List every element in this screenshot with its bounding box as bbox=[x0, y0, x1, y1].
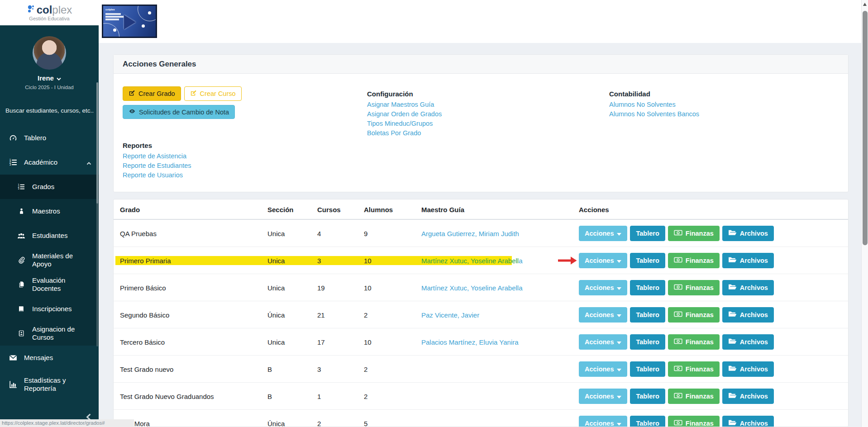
maestro-guia-link[interactable]: Martínez Xutuc, Yoseline Arabella bbox=[421, 284, 522, 291]
row-finanzas-button[interactable]: Finanzas bbox=[668, 307, 720, 323]
row-acciones-button[interactable]: Acciones bbox=[579, 334, 627, 350]
link-alumnos-no-solventes[interactable]: Alumnos No Solventes bbox=[609, 100, 699, 109]
sidebar-item-inscripciones[interactable]: Inscripciones bbox=[0, 297, 99, 321]
row-finanzas-label: Finanzas bbox=[686, 311, 714, 318]
row-archivos-label: Archivos bbox=[740, 284, 768, 291]
book-icon bbox=[17, 305, 25, 313]
row-finanzas-button[interactable]: Finanzas bbox=[668, 389, 720, 404]
row-acciones-button[interactable]: Acciones bbox=[579, 280, 627, 295]
row-tablero-button[interactable]: Tablero bbox=[630, 416, 665, 427]
crear-grado-button[interactable]: Crear Grado bbox=[123, 86, 181, 101]
link-alumnos-no-solventes-bancos[interactable]: Alumnos No Solventes Bancos bbox=[609, 109, 699, 119]
maestro-guia-link[interactable]: Martínez Xutuc, Yoseline Arabella bbox=[421, 256, 522, 264]
sidebar-item-mensajes[interactable]: Mensajes bbox=[0, 346, 99, 370]
row-finanzas-button[interactable]: Finanzas bbox=[668, 253, 720, 268]
maestro-guia-link[interactable]: Palacios Martínez, Eluvia Yanira bbox=[421, 338, 519, 346]
row-acciones-button[interactable]: Acciones bbox=[579, 307, 627, 323]
row-finanzas-button[interactable]: Finanzas bbox=[668, 361, 720, 377]
reportes-heading: Reportes bbox=[123, 142, 191, 149]
row-acciones-button[interactable]: Acciones bbox=[579, 389, 627, 404]
row-archivos-button[interactable]: Archivos bbox=[722, 280, 774, 295]
row-tablero-button[interactable]: Tablero bbox=[630, 280, 665, 295]
column-header-seccion: Sección bbox=[267, 205, 294, 213]
banknote-icon bbox=[674, 338, 682, 346]
sidebar-item-evaluacion-docentes[interactable]: Evaluación Docentes bbox=[0, 272, 99, 297]
top-bar: colplex bbox=[99, 0, 861, 43]
row-tablero-button[interactable]: Tablero bbox=[630, 389, 665, 404]
row-tablero-button[interactable]: Tablero bbox=[630, 361, 665, 377]
sidebar-item-academico[interactable]: 123 Académico bbox=[0, 150, 99, 175]
caret-down-icon bbox=[617, 420, 621, 427]
column-header-cursos: Cursos bbox=[317, 205, 341, 213]
sidebar-item-grados[interactable]: 123Grados bbox=[0, 175, 99, 199]
sidebar-item-estadisticas[interactable]: Estadísticas y Reportería bbox=[0, 370, 99, 399]
video-thumbnail[interactable]: colplex bbox=[102, 5, 157, 38]
maestro-cell: Paz Vicente, Javier bbox=[421, 311, 479, 318]
seccion-cell: Unica bbox=[267, 338, 285, 346]
link-reporte-de-estudiantes[interactable]: Reporte de Estudiantes bbox=[123, 161, 191, 171]
sidebar-item-label: Estadísticas y Reportería bbox=[24, 376, 84, 393]
page-scrollbar[interactable] bbox=[861, 0, 868, 427]
row-tablero-button[interactable]: Tablero bbox=[630, 307, 665, 323]
svg-text:3: 3 bbox=[18, 187, 19, 190]
pencil-square-icon bbox=[190, 90, 197, 98]
row-acciones-label: Acciones bbox=[585, 257, 614, 264]
cycle-label: Ciclo 2025 - I Unidad bbox=[0, 85, 99, 90]
scroll-up-arrow-icon[interactable] bbox=[863, 3, 867, 6]
row-acciones-button[interactable]: Acciones bbox=[579, 253, 627, 268]
link-asignar-orden-de-grados[interactable]: Asignar Orden de Grados bbox=[367, 109, 442, 119]
row-archivos-button[interactable]: Archivos bbox=[722, 307, 774, 323]
page-scrollbar-thumb[interactable] bbox=[863, 11, 868, 245]
users-icon bbox=[17, 232, 25, 239]
row-tablero-button[interactable]: Tablero bbox=[630, 226, 665, 241]
row-acciones-button[interactable]: Acciones bbox=[579, 361, 627, 377]
alumnos-cell: 10 bbox=[364, 338, 372, 346]
row-archivos-button[interactable]: Archivos bbox=[722, 416, 774, 427]
brand-logo[interactable]: colplex Gestión Educativa bbox=[0, 0, 99, 25]
seccion-cell: Unica bbox=[267, 229, 285, 237]
maestro-guia-link[interactable]: Argueta Gutierrez, Miriam Judith bbox=[421, 229, 519, 237]
row-archivos-button[interactable]: Archivos bbox=[722, 253, 774, 268]
sidebar-scrollbar[interactable] bbox=[96, 82, 98, 346]
row-tablero-button[interactable]: Tablero bbox=[630, 334, 665, 350]
link-tipos-mineduc-grupos[interactable]: Tipos Mineduc/Grupos bbox=[367, 119, 442, 128]
sidebar-item-maestros[interactable]: Maestros bbox=[0, 199, 99, 223]
solicitudes-cambio-nota-button[interactable]: Solicitudes de Cambio de Nota bbox=[123, 105, 235, 119]
seccion-cell: B bbox=[267, 392, 272, 400]
sidebar-item-tablero[interactable]: Tablero bbox=[0, 126, 99, 150]
sidebar-item-label: Tablero bbox=[24, 134, 46, 142]
row-archivos-button[interactable]: Archivos bbox=[722, 334, 774, 350]
row-acciones-button[interactable]: Acciones bbox=[579, 226, 627, 241]
cursos-cell: 17 bbox=[317, 338, 325, 346]
row-acciones-button[interactable]: Acciones bbox=[579, 416, 627, 427]
row-archivos-button[interactable]: Archivos bbox=[722, 389, 774, 404]
row-finanzas-button[interactable]: Finanzas bbox=[668, 280, 720, 295]
link-reporte-de-usuarios[interactable]: Reporte de Usuarios bbox=[123, 171, 191, 180]
link-asignar-maestros-guia[interactable]: Asignar Maestros Guía bbox=[367, 100, 442, 109]
crear-curso-button[interactable]: Crear Curso bbox=[184, 86, 242, 101]
link-reporte-de-asistencia[interactable]: Reporte de Asistencia bbox=[123, 152, 191, 161]
seccion-cell: Única bbox=[267, 311, 285, 318]
user-menu[interactable]: Irene bbox=[0, 74, 99, 82]
row-finanzas-button[interactable]: Finanzas bbox=[668, 334, 720, 350]
row-finanzas-button[interactable]: Finanzas bbox=[668, 416, 720, 427]
row-archivos-button[interactable]: Archivos bbox=[722, 361, 774, 377]
sidebar-item-materiales-de-apoyo[interactable]: Materiales de Apoyo bbox=[0, 248, 99, 272]
row-tablero-button[interactable]: Tablero bbox=[630, 253, 665, 268]
row-finanzas-button[interactable]: Finanzas bbox=[668, 226, 720, 241]
search-input[interactable] bbox=[3, 104, 96, 117]
brand-name: colplex bbox=[27, 5, 72, 15]
maestro-guia-link[interactable]: Paz Vicente, Javier bbox=[421, 311, 479, 318]
banknote-icon bbox=[674, 311, 682, 318]
maestro-name-highlighted: Martínez Xutuc, Yoseline Arabell bbox=[421, 256, 519, 264]
sidebar-item-estudiantes[interactable]: Estudiantes bbox=[0, 223, 99, 248]
link-boletas-por-grado[interactable]: Boletas Por Grado bbox=[367, 128, 442, 138]
sidebar-item-asignacion-de-cursos[interactable]: Asignacion de Cursos bbox=[0, 321, 99, 346]
sidebar-scrollbar-thumb[interactable] bbox=[96, 82, 98, 204]
folder-open-icon bbox=[728, 229, 737, 237]
row-archivos-button[interactable]: Archivos bbox=[722, 226, 774, 241]
row-actions: AccionesTableroFinanzasArchivos bbox=[579, 389, 774, 404]
banknote-icon bbox=[674, 230, 682, 237]
sidebar-item-label: Evaluación Docentes bbox=[32, 276, 92, 293]
user-avatar[interactable] bbox=[33, 36, 66, 70]
